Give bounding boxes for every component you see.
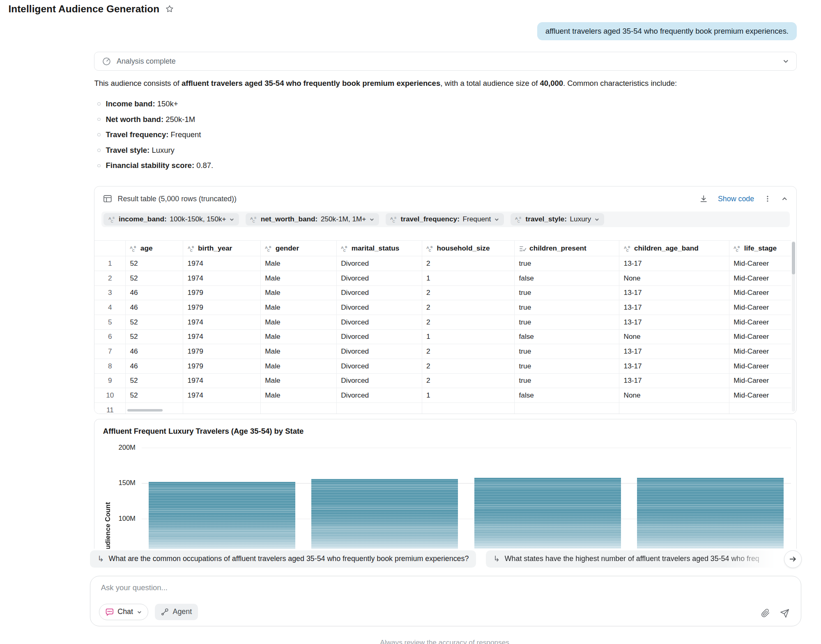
chevron-down-icon [369, 217, 375, 222]
table-row[interactable]: 5521974MaleDivorced2true13-17Mid-Career [94, 315, 791, 329]
table-row-partial[interactable]: 11 [94, 403, 791, 414]
send-icon[interactable] [780, 609, 789, 618]
svg-text:B: B [430, 246, 432, 248]
table-cell: Mid-Career [729, 388, 791, 403]
characteristic-text: Travel frequency: Frequent [106, 130, 201, 139]
column-header-gender[interactable]: ABCgender [261, 240, 337, 256]
show-code-link[interactable]: Show code [718, 195, 754, 203]
column-header-household_size[interactable]: ABChousehold_size [422, 240, 515, 256]
table-row[interactable]: 10521974MaleDivorced1falseNoneMid-Career [94, 388, 791, 403]
row-number-cell: 9 [94, 373, 125, 388]
result-table-actions: Show code [699, 195, 788, 203]
chart-bar[interactable] [149, 482, 295, 549]
table-cell: Male [261, 373, 337, 388]
table-row[interactable]: 7461979MaleDivorced2true13-17Mid-Career [94, 344, 791, 359]
table-cell: Male [261, 388, 337, 403]
attach-paperclip-icon[interactable] [761, 609, 770, 618]
chevron-down-icon[interactable] [782, 58, 789, 65]
table-cell: true [515, 359, 619, 373]
vertical-scrollbar-thumb[interactable] [792, 242, 795, 274]
table-cell: 52 [126, 256, 183, 271]
chat-mode-selector[interactable]: Chat [99, 604, 148, 620]
chevron-down-icon [494, 217, 499, 222]
column-header-age[interactable]: ABCage [126, 240, 183, 256]
chat-mode-label: Chat [117, 607, 133, 616]
result-data-table: ABCageABCbirth_yearABCgenderABCmarital_s… [94, 240, 791, 414]
suggestion-pill[interactable]: ↳What states have the highest number of … [486, 550, 784, 568]
agent-label: Agent [173, 607, 192, 616]
table-cell [422, 403, 515, 414]
chart-title: Affluent Frequent Luxury Travelers (Age … [103, 427, 304, 436]
table-cell: Divorced [336, 300, 422, 315]
column-header-children_age_band[interactable]: ABCchildren_age_band [619, 240, 729, 256]
table-cell: true [515, 285, 619, 300]
column-header-marital_status[interactable]: ABCmarital_status [336, 240, 422, 256]
table-row[interactable]: 8461979MaleDivorced2true13-17Mid-Career [94, 359, 791, 373]
table-cell: 1979 [183, 344, 261, 359]
summary-highlight: affluent travelers aged 35-54 who freque… [182, 79, 440, 87]
summary-audience-size: 40,000 [540, 79, 563, 87]
table-row[interactable]: 2521974MaleDivorced1falseNoneMid-Career [94, 271, 791, 285]
table-row[interactable]: 9521974MaleDivorced2true13-17Mid-Career [94, 373, 791, 388]
collapse-chevron-up-icon[interactable] [781, 196, 788, 202]
string-type-icon: ABC [624, 245, 631, 252]
row-number-cell: 3 [94, 285, 125, 300]
row-number-cell: 8 [94, 359, 125, 373]
row-number-cell: 4 [94, 300, 125, 315]
filter-chip-travel_style[interactable]: ABCtravel_style:Luxury [511, 213, 605, 226]
column-header-life_stage[interactable]: ABClife_stage [729, 240, 791, 256]
table-cell: Divorced [336, 359, 422, 373]
svg-text:B: B [113, 216, 115, 219]
table-cell: true [515, 256, 619, 271]
chevron-down-icon [229, 217, 235, 222]
chat-bubble-icon [105, 608, 114, 616]
analysis-status-text: Analysis complete [117, 57, 777, 66]
table-row[interactable]: 6521974MaleDivorced1falseNoneMid-Career [94, 329, 791, 344]
arrow-right-icon [789, 555, 797, 563]
table-row[interactable]: 1521974MaleDivorced2true13-17Mid-Career [94, 256, 791, 271]
table-row[interactable]: 4461979MaleDivorced2true13-17Mid-Career [94, 300, 791, 315]
filter-chip-income_band[interactable]: ABCincome_band:100k-150k, 150k+ [103, 213, 239, 226]
table-cell: false [515, 329, 619, 344]
table-cell: Divorced [336, 344, 422, 359]
table-cell: true [515, 315, 619, 329]
column-header-children_present[interactable]: children_present [515, 240, 619, 256]
filter-chip-travel_frequency[interactable]: ABCtravel_frequency:Frequent [386, 213, 504, 226]
vertical-scrollbar[interactable] [792, 241, 795, 412]
table-cell: Male [261, 300, 337, 315]
svg-text:C: C [110, 220, 113, 223]
chart-bar[interactable] [474, 478, 621, 549]
table-cell: Divorced [336, 315, 422, 329]
svg-text:B: B [345, 246, 347, 248]
table-cell: 52 [126, 388, 183, 403]
analysis-status-bar[interactable]: Analysis complete [94, 52, 797, 71]
svg-text:C: C [517, 220, 520, 223]
table-cell: 46 [126, 344, 183, 359]
table-cell: Mid-Career [729, 359, 791, 373]
table-cell: Mid-Career [729, 271, 791, 285]
table-cell: 13-17 [619, 373, 729, 388]
table-cell: Mid-Career [729, 329, 791, 344]
result-table-scroll-area[interactable]: ABCageABCbirth_yearABCgenderABCmarital_s… [94, 240, 793, 414]
chart-bar[interactable] [637, 478, 784, 549]
agent-mode-button[interactable]: Agent [155, 604, 198, 620]
row-number-cell: 6 [94, 329, 125, 344]
row-number-cell: 7 [94, 344, 125, 359]
chart-bar[interactable] [311, 479, 458, 549]
column-header-birth_year[interactable]: ABCbirth_year [183, 240, 261, 256]
kebab-menu-icon[interactable] [764, 195, 771, 202]
download-icon[interactable] [699, 195, 708, 203]
chart-card: Affluent Frequent Luxury Travelers (Age … [94, 419, 797, 549]
table-cell: true [515, 373, 619, 388]
favorite-star-icon[interactable] [165, 5, 174, 14]
table-row[interactable]: 3461979MaleDivorced2true13-17Mid-Career [94, 285, 791, 300]
characteristic-text: Financial stability score: 0.87. [106, 161, 214, 170]
filter-chip-row: ABCincome_band:100k-150k, 150k+ABCnet_wo… [101, 212, 790, 227]
more-suggestions-button[interactable] [784, 550, 802, 568]
horizontal-scrollbar-thumb[interactable] [127, 409, 163, 412]
table-cell: 2 [422, 344, 515, 359]
suggestion-pill[interactable]: ↳What are the common occupations of affl… [90, 550, 476, 568]
question-input[interactable] [101, 583, 703, 599]
svg-text:B: B [254, 216, 256, 219]
filter-chip-net_worth_band[interactable]: ABCnet_worth_band:250k-1M, 1M+ [246, 213, 379, 226]
